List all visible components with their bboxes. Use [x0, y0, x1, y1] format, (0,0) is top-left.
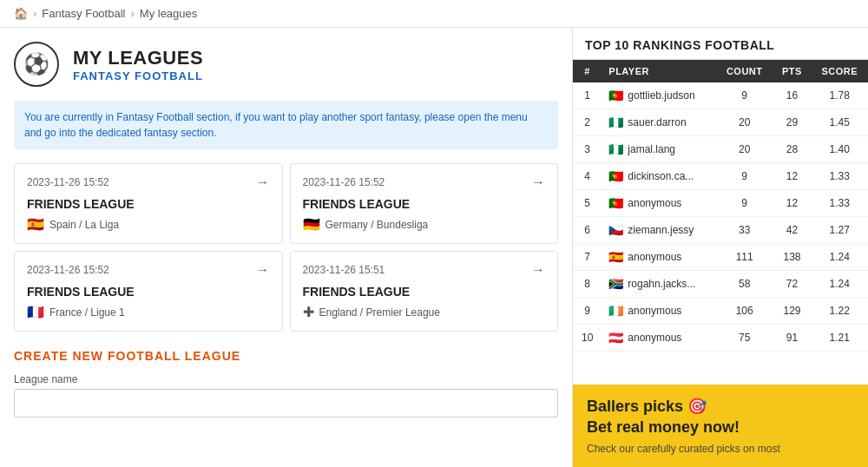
league-card-0[interactable]: 2023-11-26 15:52 → FRIENDS LEAGUE 🇪🇸 Spa… [14, 163, 283, 244]
cell-score: 1.78 [812, 82, 868, 109]
cell-player: 🇵🇹 anonymous [602, 190, 716, 216]
cell-rank: 6 [573, 217, 602, 244]
table-row[interactable]: 8 🇿🇦 rogahn.jacks... 58 72 1.24 [573, 271, 868, 298]
cell-rank: 10 [573, 325, 602, 352]
cell-score: 1.33 [812, 163, 868, 190]
cell-count: 20 [716, 136, 773, 163]
arrow-icon-3: → [531, 262, 545, 278]
league-name-3: FRIENDS LEAGUE [303, 285, 546, 299]
cell-player: 🇦🇹 anonymous [602, 325, 716, 351]
table-row[interactable]: 2 🇳🇬 sauer.darron 20 29 1.45 [573, 109, 868, 136]
cell-pts: 91 [773, 325, 811, 352]
player-flag: 🇵🇹 [608, 169, 623, 183]
table-row[interactable]: 4 🇵🇹 dickinson.ca... 9 12 1.33 [573, 163, 868, 190]
player-name: rogahn.jacks... [628, 278, 695, 290]
promo-banner[interactable]: Ballers picks 🎯Bet real money now! Check… [573, 385, 868, 467]
promo-subtitle: Check our carefully curated picks on mos… [587, 443, 854, 455]
player-name: anonymous [628, 332, 681, 344]
player-flag: 🇳🇬 [608, 142, 623, 156]
league-card-header-0: 2023-11-26 15:52 → [27, 174, 270, 190]
league-name-1: FRIENDS LEAGUE [303, 197, 546, 211]
table-row[interactable]: 7 🇪🇸 anonymous 111 138 1.24 [573, 244, 868, 271]
main-layout: ⚽ MY LEAGUES FANTASY FOOTBALL You are cu… [0, 28, 868, 467]
cell-pts: 42 [773, 217, 811, 244]
player-flag: 🇳🇬 [608, 115, 623, 129]
col-player: PLAYER [602, 60, 716, 82]
table-row[interactable]: 6 🇨🇿 ziemann.jessy 33 42 1.27 [573, 217, 868, 244]
league-name-label: League name [14, 373, 558, 385]
create-league-title: CREATE NEW FOOTBALL LEAGUE [14, 349, 558, 363]
table-row[interactable]: 10 🇦🇹 anonymous 75 91 1.21 [573, 325, 868, 352]
league-card-3[interactable]: 2023-11-26 15:51 → FRIENDS LEAGUE ✚ Engl… [290, 251, 559, 332]
league-flag-row-1: 🇩🇪 Germany / Bundesliga [303, 216, 546, 233]
football-icon: ⚽ [14, 42, 59, 87]
league-name-2: FRIENDS LEAGUE [27, 285, 270, 299]
league-flag-2: 🇫🇷 [27, 304, 44, 320]
promo-title: Ballers picks 🎯Bet real money now! [587, 397, 854, 437]
league-competition-3: England / Premier League [319, 306, 440, 319]
league-competition-2: France / Ligue 1 [49, 306, 125, 319]
league-competition-0: Spain / La Liga [49, 219, 119, 231]
player-flag: 🇪🇸 [608, 250, 623, 264]
cell-score: 1.22 [812, 298, 868, 325]
cell-rank: 8 [573, 271, 602, 298]
breadcrumb-my-leagues: My leagues [140, 7, 197, 20]
table-row[interactable]: 9 🇮🇪 anonymous 106 129 1.22 [573, 298, 868, 325]
cell-rank: 3 [573, 136, 602, 163]
cell-score: 1.27 [812, 217, 868, 244]
cell-player: 🇵🇹 dickinson.ca... [602, 163, 716, 189]
cell-count: 75 [716, 325, 773, 352]
player-flag: 🇵🇹 [608, 89, 623, 102]
league-card-header-2: 2023-11-26 15:52 → [27, 262, 270, 278]
player-flag: 🇮🇪 [608, 304, 623, 318]
home-icon[interactable]: 🏠 [14, 7, 28, 20]
cell-player: 🇳🇬 jamal.lang [602, 136, 716, 162]
cell-pts: 12 [773, 190, 811, 217]
league-flag-1: 🇩🇪 [303, 216, 320, 233]
cell-rank: 5 [573, 190, 602, 217]
cell-score: 1.24 [812, 244, 868, 271]
cell-pts: 28 [773, 136, 811, 163]
rankings-section: TOP 10 RANKINGS FOOTBALL # PLAYER COUNT … [573, 28, 868, 385]
player-name: jamal.lang [628, 143, 675, 155]
league-date-3: 2023-11-26 15:51 [303, 264, 385, 276]
breadcrumb-sep-1: › [33, 7, 36, 20]
league-flag-row-3: ✚ England / Premier League [303, 304, 546, 320]
cell-pts: 129 [773, 298, 811, 325]
league-flag-row-2: 🇫🇷 France / Ligue 1 [27, 304, 270, 320]
create-league-section: CREATE NEW FOOTBALL LEAGUE League name [14, 349, 558, 418]
cell-player: 🇵🇹 gottlieb.judson [602, 82, 716, 109]
league-name-input[interactable] [14, 389, 558, 418]
league-grid: 2023-11-26 15:52 → FRIENDS LEAGUE 🇪🇸 Spa… [14, 163, 558, 332]
league-card-2[interactable]: 2023-11-26 15:52 → FRIENDS LEAGUE 🇫🇷 Fra… [14, 251, 283, 332]
cell-rank: 2 [573, 109, 602, 136]
player-name: sauer.darron [628, 116, 686, 128]
arrow-icon-0: → [256, 174, 270, 190]
league-flag-3: ✚ [303, 304, 314, 320]
cell-rank: 7 [573, 244, 602, 271]
cell-score: 1.45 [812, 109, 868, 136]
header-text: MY LEAGUES FANTASY FOOTBALL [73, 47, 203, 82]
cell-pts: 138 [773, 244, 811, 271]
cell-pts: 72 [773, 271, 811, 298]
player-flag: 🇦🇹 [608, 331, 623, 345]
cell-player: 🇳🇬 sauer.darron [602, 109, 716, 135]
left-panel: ⚽ MY LEAGUES FANTASY FOOTBALL You are cu… [0, 28, 573, 467]
league-flag-0: 🇪🇸 [27, 216, 44, 233]
league-competition-1: Germany / Bundesliga [326, 219, 429, 231]
rankings-title: TOP 10 RANKINGS FOOTBALL [573, 28, 868, 60]
league-card-1[interactable]: 2023-11-26 15:52 → FRIENDS LEAGUE 🇩🇪 Ger… [290, 163, 559, 244]
cell-player: 🇿🇦 rogahn.jacks... [602, 271, 716, 297]
league-date-2: 2023-11-26 15:52 [27, 264, 109, 276]
cell-player: 🇪🇸 anonymous [602, 244, 716, 270]
cell-count: 33 [716, 217, 773, 244]
table-row[interactable]: 1 🇵🇹 gottlieb.judson 9 16 1.78 [573, 82, 868, 109]
table-row[interactable]: 5 🇵🇹 anonymous 9 12 1.33 [573, 190, 868, 217]
league-card-header-3: 2023-11-26 15:51 → [303, 262, 546, 278]
table-row[interactable]: 3 🇳🇬 jamal.lang 20 28 1.40 [573, 136, 868, 163]
cell-pts: 12 [773, 163, 811, 190]
player-name: dickinson.ca... [628, 170, 694, 182]
cell-count: 20 [716, 109, 773, 136]
breadcrumb-fantasy-football[interactable]: Fantasy Football [42, 7, 125, 20]
cell-count: 9 [716, 82, 773, 109]
